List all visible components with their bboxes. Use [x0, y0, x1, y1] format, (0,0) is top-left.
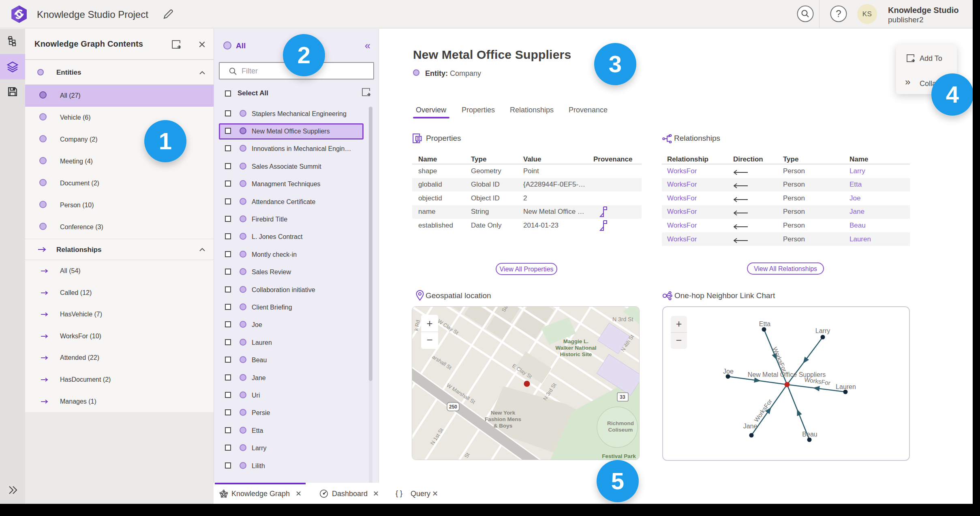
svg-text:New York: New York	[491, 410, 516, 416]
svg-text:Beau: Beau	[802, 431, 817, 438]
svg-text:Historic Site: Historic Site	[560, 351, 592, 357]
svg-text:Etta: Etta	[759, 320, 771, 327]
svg-text:33: 33	[620, 394, 625, 400]
svg-text:+: +	[426, 317, 432, 329]
svg-text:Maggie L.: Maggie L.	[563, 338, 588, 344]
svg-text:Lauren: Lauren	[836, 383, 856, 390]
svg-text:Coliseum: Coliseum	[608, 427, 633, 433]
svg-text:+: +	[676, 318, 682, 329]
svg-text:Festival Park: Festival Park	[602, 453, 636, 459]
svg-text:Larry: Larry	[815, 327, 830, 334]
svg-text:Joe: Joe	[723, 368, 734, 375]
svg-text:Walker National: Walker National	[556, 345, 597, 351]
svg-text:New Metal Office Suppliers: New Metal Office Suppliers	[748, 371, 826, 378]
svg-text:Richmond: Richmond	[607, 420, 634, 426]
svg-text:WorksFor: WorksFor	[772, 346, 788, 373]
svg-text:?: ?	[836, 8, 841, 19]
svg-text:−: −	[676, 334, 682, 346]
svg-text:& Boys: & Boys	[494, 423, 513, 429]
svg-text:Jane: Jane	[743, 423, 757, 430]
svg-text:−: −	[426, 334, 432, 346]
svg-text:Fashion Mens: Fashion Mens	[485, 416, 521, 422]
svg-text:N 3rd St: N 3rd St	[612, 316, 633, 322]
svg-text:250: 250	[449, 404, 457, 410]
